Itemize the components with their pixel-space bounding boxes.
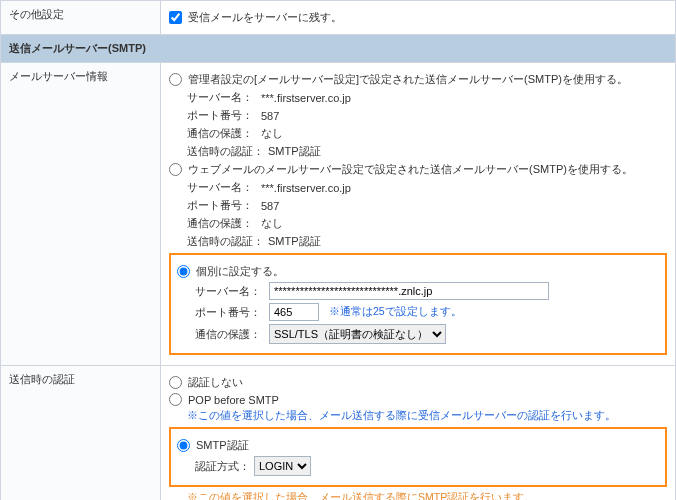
opt3-server-label: サーバー名： — [195, 284, 265, 299]
opt1-port-label: ポート番号： — [187, 108, 257, 123]
opt3-ssl-label: 通信の保護： — [195, 327, 265, 342]
opt3-server-input[interactable] — [269, 282, 549, 300]
auth-method-select[interactable]: LOGIN — [254, 456, 311, 476]
row-label-other: その他設定 — [1, 1, 161, 35]
opt3-ssl-select[interactable]: SSL/TLS（証明書の検証なし） — [269, 324, 446, 344]
auth-pop-label: POP before SMTP — [188, 394, 279, 406]
row-label-mailserver: メールサーバー情報 — [1, 63, 161, 366]
row-label-auth: 送信時の認証 — [1, 366, 161, 501]
mailserver-opt3-radio[interactable] — [177, 265, 190, 278]
mailserver-opt3-highlight: 個別に設定する。 サーバー名： ポート番号： ※通常は25で設定します。 — [169, 253, 667, 355]
mailserver-opt2-desc: ウェブメールのメールサーバー設定で設定された送信メールサーバー(SMTP)を使用… — [188, 162, 633, 177]
opt1-server-label: サーバー名： — [187, 90, 257, 105]
opt1-port-value: 587 — [261, 110, 279, 122]
opt2-server-label: サーバー名： — [187, 180, 257, 195]
leave-mail-checkbox[interactable] — [169, 11, 182, 24]
auth-smtp-note: ※この値を選択した場合、メール送信する際にSMTP認証を行います。 — [169, 491, 667, 500]
opt2-ssl-value: なし — [261, 216, 283, 231]
opt3-port-input[interactable] — [269, 303, 319, 321]
auth-pop-radio[interactable] — [169, 393, 182, 406]
opt2-auth-value: SMTP認証 — [268, 234, 321, 249]
opt2-port-label: ポート番号： — [187, 198, 257, 213]
auth-pop-note: ※この値を選択した場合、メール送信する際に受信メールサーバーの認証を行います。 — [169, 409, 667, 423]
opt1-server-value: ***.firstserver.co.jp — [261, 92, 351, 104]
auth-smtp-highlight: SMTP認証 認証方式： LOGIN — [169, 427, 667, 487]
opt2-ssl-label: 通信の保護： — [187, 216, 257, 231]
opt2-port-value: 587 — [261, 200, 279, 212]
opt1-ssl-value: なし — [261, 126, 283, 141]
opt3-port-label: ポート番号： — [195, 305, 265, 320]
row-value-auth: 認証しない POP before SMTP ※この値を選択した場合、メール送信す… — [161, 366, 676, 501]
auth-none-label: 認証しない — [188, 375, 243, 390]
auth-smtp-label: SMTP認証 — [196, 438, 249, 453]
mailserver-opt1-radio[interactable] — [169, 73, 182, 86]
row-value-other: 受信メールをサーバーに残す。 — [161, 1, 676, 35]
opt1-auth-label: 送信時の認証： — [187, 144, 264, 159]
leave-mail-checkbox-label[interactable]: 受信メールをサーバーに残す。 — [169, 10, 667, 25]
smtp-section-header: 送信メールサーバー(SMTP) — [1, 35, 676, 63]
mailserver-opt3-desc: 個別に設定する。 — [196, 264, 284, 279]
row-value-mailserver: 管理者設定の[メールサーバー設定]で設定された送信メールサーバー(SMTP)を使… — [161, 63, 676, 366]
opt2-auth-label: 送信時の認証： — [187, 234, 264, 249]
opt3-port-note: ※通常は25で設定します。 — [329, 305, 462, 319]
mailserver-opt1-desc: 管理者設定の[メールサーバー設定]で設定された送信メールサーバー(SMTP)を使… — [188, 72, 628, 87]
auth-none-radio[interactable] — [169, 376, 182, 389]
leave-mail-text: 受信メールをサーバーに残す。 — [188, 10, 342, 25]
opt2-server-value: ***.firstserver.co.jp — [261, 182, 351, 194]
opt1-ssl-label: 通信の保護： — [187, 126, 257, 141]
opt1-auth-value: SMTP認証 — [268, 144, 321, 159]
auth-method-label: 認証方式： — [195, 459, 250, 474]
auth-smtp-radio[interactable] — [177, 439, 190, 452]
mailserver-opt2-radio[interactable] — [169, 163, 182, 176]
